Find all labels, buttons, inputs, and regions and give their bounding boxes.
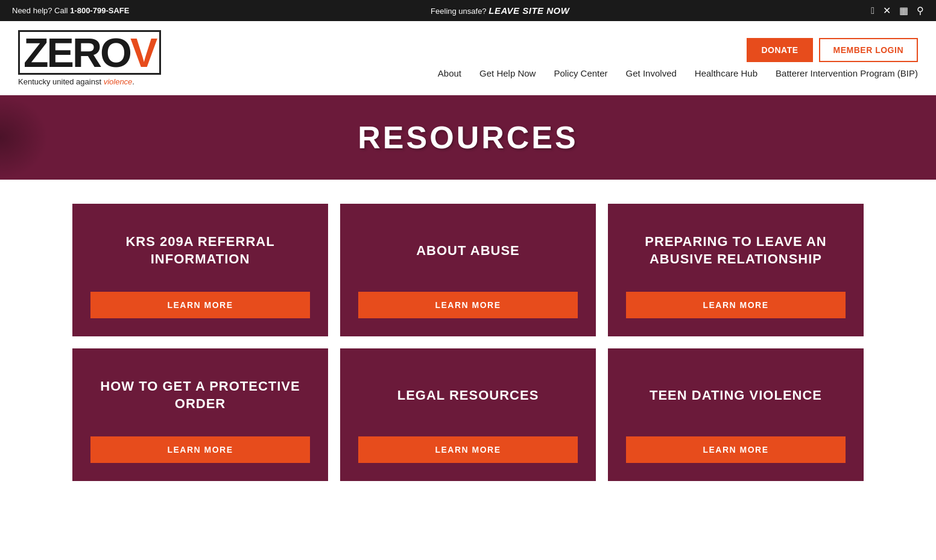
instagram-icon[interactable]: ▦ bbox=[899, 5, 908, 16]
nav-item-about[interactable]: About bbox=[438, 68, 461, 78]
card-about-abuse-learn-more[interactable]: LEARN MORE bbox=[358, 292, 578, 318]
facebook-icon[interactable]:  bbox=[871, 5, 874, 16]
card-protective-title: HOW TO GET A PROTECTIVE ORDER bbox=[90, 373, 310, 418]
nav-item-policy-center[interactable]: Policy Center bbox=[554, 68, 607, 78]
member-login-button[interactable]: MEMBER LOGIN bbox=[819, 38, 918, 62]
card-teen-learn-more[interactable]: LEARN MORE bbox=[626, 436, 846, 463]
logo-text: ZEROV bbox=[18, 30, 161, 75]
x-twitter-icon[interactable]: ✕ bbox=[883, 5, 891, 16]
tagline-highlight: violence bbox=[104, 77, 133, 86]
tagline-prefix: Kentucky united against bbox=[18, 77, 104, 86]
phone-number: 1-800-799-SAFE bbox=[70, 6, 129, 15]
card-legal-learn-more[interactable]: LEARN MORE bbox=[358, 436, 578, 463]
header-buttons: DONATE MEMBER LOGIN bbox=[747, 38, 918, 62]
logo-v: V bbox=[130, 30, 156, 75]
card-teen-dating[interactable]: TEEN DATING VIOLENCE LEARN MORE bbox=[608, 348, 864, 481]
help-text: Need help? Call 1-800-799-SAFE bbox=[12, 6, 129, 15]
card-preparing-title: PREPARING TO LEAVE AN ABUSIVE RELATIONSH… bbox=[626, 228, 846, 274]
card-krs-learn-more[interactable]: LEARN MORE bbox=[90, 292, 310, 318]
logo-tagline: Kentucky united against violence. bbox=[18, 77, 161, 86]
cards-grid-row1: KRS 209A REFERRAL INFORMATION LEARN MORE… bbox=[72, 204, 864, 481]
help-label: Need help? Call bbox=[12, 6, 70, 15]
card-krs[interactable]: KRS 209A REFERRAL INFORMATION LEARN MORE bbox=[72, 204, 328, 336]
unsafe-text: Feeling unsafe? bbox=[431, 7, 489, 16]
card-protective-learn-more[interactable]: LEARN MORE bbox=[90, 436, 310, 463]
cards-section: KRS 209A REFERRAL INFORMATION LEARN MORE… bbox=[0, 180, 936, 505]
top-bar: Need help? Call 1-800-799-SAFE Feeling u… bbox=[0, 0, 936, 21]
hero-title: RESOURCES bbox=[12, 119, 924, 156]
card-legal-resources[interactable]: LEGAL RESOURCES LEARN MORE bbox=[340, 348, 596, 481]
leave-site-button[interactable]: LEAVE SITE NOW bbox=[489, 5, 569, 16]
card-about-abuse-title: ABOUT ABUSE bbox=[358, 228, 578, 274]
donate-button[interactable]: DONATE bbox=[747, 38, 812, 62]
card-legal-title: LEGAL RESOURCES bbox=[358, 373, 578, 418]
search-icon[interactable]: ⚲ bbox=[917, 5, 924, 16]
card-teen-title: TEEN DATING VIOLENCE bbox=[626, 373, 846, 418]
social-links:  ✕ ▦ ⚲ bbox=[871, 5, 924, 16]
card-krs-title: KRS 209A REFERRAL INFORMATION bbox=[90, 228, 310, 274]
card-preparing-to-leave[interactable]: PREPARING TO LEAVE AN ABUSIVE RELATIONSH… bbox=[608, 204, 864, 336]
leave-site-area[interactable]: Feeling unsafe? LEAVE SITE NOW bbox=[431, 5, 569, 16]
nav-item-get-involved[interactable]: Get Involved bbox=[626, 68, 677, 78]
nav-item-get-help[interactable]: Get Help Now bbox=[479, 68, 536, 78]
nav-item-bip[interactable]: Batterer Intervention Program (BIP) bbox=[776, 68, 918, 78]
card-protective-order[interactable]: HOW TO GET A PROTECTIVE ORDER LEARN MORE bbox=[72, 348, 328, 481]
card-about-abuse[interactable]: ABOUT ABUSE LEARN MORE bbox=[340, 204, 596, 336]
hero-banner: RESOURCES bbox=[0, 95, 936, 180]
card-preparing-learn-more[interactable]: LEARN MORE bbox=[626, 292, 846, 318]
tagline-suffix: . bbox=[132, 77, 134, 86]
logo-area[interactable]: ZEROV Kentucky united against violence. bbox=[18, 30, 161, 86]
header: ZEROV Kentucky united against violence. … bbox=[0, 21, 936, 95]
header-right: DONATE MEMBER LOGIN About Get Help Now P… bbox=[438, 38, 918, 78]
main-nav: About Get Help Now Policy Center Get Inv… bbox=[438, 68, 918, 78]
logo-zero: ZERO bbox=[24, 30, 130, 75]
nav-item-healthcare-hub[interactable]: Healthcare Hub bbox=[695, 68, 757, 78]
